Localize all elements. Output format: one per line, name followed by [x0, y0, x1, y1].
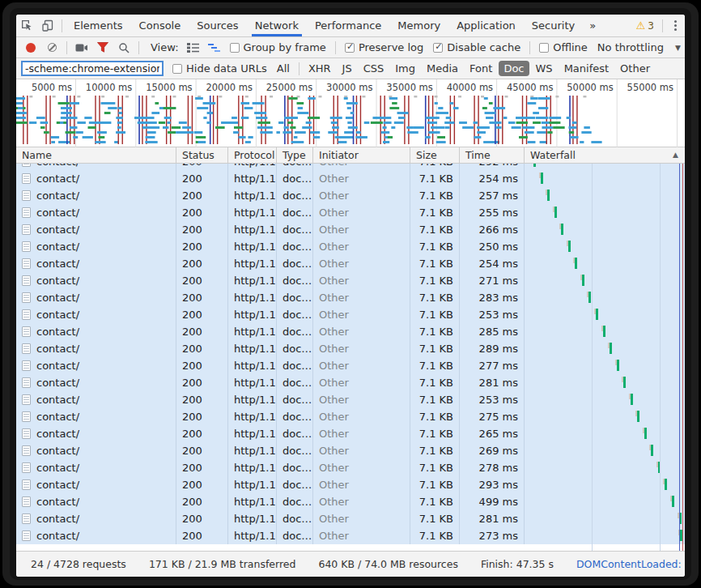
tab-memory[interactable]: Memory	[389, 15, 448, 36]
tab-application[interactable]: Application	[448, 15, 524, 36]
capture-screenshots-button[interactable]	[72, 39, 91, 57]
time-cell: 253 ms	[460, 306, 525, 323]
status-cell: 200	[176, 255, 228, 272]
table-row[interactable]: contact/200http/1.1doc…Other7.1 KB292 ms	[16, 164, 685, 170]
document-icon	[22, 411, 31, 422]
more-tabs-button[interactable]: »	[583, 15, 602, 36]
column-header-initiator[interactable]: Initiator	[313, 147, 410, 163]
column-header-time[interactable]: Time	[460, 147, 525, 163]
type-filter-img[interactable]: Img	[390, 61, 420, 76]
request-name: contact/	[36, 530, 79, 542]
type-cell-text: doc…	[283, 207, 312, 219]
table-row[interactable]: contact/200http/1.1doc…Other7.1 KB253 ms	[16, 306, 685, 323]
table-row[interactable]: contact/200http/1.1doc…Other7.1 KB285 ms	[16, 323, 685, 340]
table-row[interactable]: contact/200http/1.1doc…Other7.1 KB283 ms	[16, 289, 685, 306]
table-row[interactable]: contact/200http/1.1doc…Other7.1 KB281 ms	[16, 510, 685, 527]
table-row[interactable]: contact/200http/1.1doc…Other7.1 KB499 ms	[16, 493, 685, 510]
type-filter-doc[interactable]: Doc	[499, 61, 529, 76]
table-row[interactable]: contact/200http/1.1doc…Other7.1 KB257 ms	[16, 187, 685, 204]
request-name: contact/	[36, 207, 79, 219]
column-label: Initiator	[319, 149, 359, 161]
filter-button[interactable]	[93, 39, 113, 57]
tab-console[interactable]: Console	[131, 15, 189, 36]
type-filter-manifest[interactable]: Manifest	[559, 61, 614, 76]
disable-cache-checkbox[interactable]: Disable cache	[429, 41, 525, 53]
type-filter-other[interactable]: Other	[615, 61, 655, 76]
show-overview-button[interactable]	[205, 39, 224, 57]
tab-network[interactable]: Network	[247, 15, 307, 36]
table-row[interactable]: contact/200http/1.1doc…Other7.1 KB278 ms	[16, 459, 685, 476]
tab-performance[interactable]: Performance	[307, 15, 389, 36]
status-cell-text: 200	[182, 394, 202, 406]
name-cell: contact/	[16, 255, 176, 272]
table-row[interactable]: contact/200http/1.1doc…Other7.1 KB253 ms	[16, 391, 685, 408]
type-filter-all[interactable]: All	[272, 61, 295, 76]
type-filter-css[interactable]: CSS	[359, 61, 389, 76]
initiator-cell-text: Other	[319, 173, 349, 185]
type-filter-xhr[interactable]: XHR	[304, 61, 336, 76]
search-button[interactable]	[114, 39, 134, 57]
table-row[interactable]: contact/200http/1.1doc…Other7.1 KB254 ms	[16, 170, 685, 187]
inspect-element-button[interactable]	[16, 16, 37, 36]
column-header-type[interactable]: Type	[277, 147, 313, 163]
column-header-protocol[interactable]: Protocol	[228, 147, 277, 163]
initiator-cell: Other	[313, 340, 410, 357]
document-icon	[22, 190, 31, 201]
initiator-cell-text: Other	[319, 326, 349, 338]
tab-sources[interactable]: Sources	[189, 15, 246, 36]
table-row[interactable]: contact/200http/1.1doc…Other7.1 KB277 ms	[16, 357, 685, 374]
tab-security[interactable]: Security	[524, 15, 583, 36]
network-overview-timeline[interactable]: 5000 ms10000 ms15000 ms20000 ms25000 ms3…	[16, 79, 685, 147]
preserve-log-checkbox[interactable]: Preserve log	[341, 41, 427, 53]
size-cell: 7.1 KB	[410, 255, 460, 272]
table-row[interactable]: contact/200http/1.1doc…Other7.1 KB269 ms	[16, 442, 685, 459]
table-row[interactable]: contact/200http/1.1doc…Other7.1 KB293 ms	[16, 476, 685, 493]
table-row[interactable]: contact/200http/1.1doc…Other7.1 KB273 ms	[16, 527, 685, 544]
waterfall-overview-icon	[208, 43, 220, 53]
devtools-menu-button[interactable]	[666, 20, 685, 31]
hide-data-urls-checkbox[interactable]: Hide data URLs	[168, 62, 271, 75]
svg-text:30000 ms: 30000 ms	[326, 82, 372, 93]
protocol-cell-text: http/1.1	[234, 173, 276, 185]
initiator-cell: Other	[313, 238, 410, 255]
protocol-cell: http/1.1	[228, 374, 277, 391]
type-filter-js[interactable]: JS	[338, 61, 357, 76]
time-cell-text: 277 ms	[479, 360, 518, 372]
type-filter-font[interactable]: Font	[465, 61, 497, 76]
type-filter-media[interactable]: Media	[422, 61, 463, 76]
table-row[interactable]: contact/200http/1.1doc…Other7.1 KB254 ms	[16, 255, 685, 272]
column-header-waterfall[interactable]: Waterfall ▲	[525, 147, 685, 163]
type-filter-ws[interactable]: WS	[531, 61, 558, 76]
table-row[interactable]: contact/200http/1.1doc…Other7.1 KB250 ms	[16, 238, 685, 255]
table-row[interactable]: contact/200http/1.1doc…Other7.1 KB271 ms	[16, 272, 685, 289]
table-row[interactable]: contact/200http/1.1doc…Other7.1 KB265 ms	[16, 425, 685, 442]
table-row[interactable]: contact/200http/1.1doc…Other7.1 KB289 ms	[16, 340, 685, 357]
console-warnings-badge[interactable]: ⚠ 3	[631, 19, 659, 32]
initiator-cell-text: Other	[319, 530, 349, 542]
table-row[interactable]: contact/200http/1.1doc…Other7.1 KB255 ms	[16, 204, 685, 221]
group-by-frame-checkbox[interactable]: Group by frame	[226, 41, 330, 53]
throttling-value: No throttling	[597, 41, 664, 53]
filter-input[interactable]	[21, 61, 164, 76]
svg-text:35000 ms: 35000 ms	[386, 82, 432, 93]
tab-elements[interactable]: Elements	[66, 15, 131, 36]
status-cell-text: 200	[182, 309, 202, 321]
column-header-name[interactable]: Name	[16, 147, 176, 163]
table-row[interactable]: contact/200http/1.1doc…Other7.1 KB266 ms	[16, 221, 685, 238]
svg-text:55000 ms: 55000 ms	[627, 82, 673, 93]
clear-button[interactable]	[42, 39, 62, 57]
throttling-select[interactable]: No throttling ▼	[593, 41, 685, 53]
waterfall-cell	[525, 408, 685, 425]
table-row[interactable]: contact/200http/1.1doc…Other7.1 KB281 ms	[16, 374, 685, 391]
offline-checkbox[interactable]: Offline	[535, 41, 592, 53]
use-large-rows-button[interactable]	[184, 39, 203, 57]
toggle-device-toolbar-button[interactable]	[37, 16, 58, 36]
column-header-status[interactable]: Status	[176, 147, 228, 163]
type-cell-text: doc…	[283, 164, 312, 168]
column-header-size[interactable]: Size	[410, 147, 460, 163]
size-cell-text: 7.1 KB	[419, 326, 453, 338]
type-cell-text: doc…	[283, 360, 312, 372]
record-button[interactable]	[21, 39, 40, 57]
table-row[interactable]: contact/200http/1.1doc…Other7.1 KB275 ms	[16, 408, 685, 425]
waterfall-bar	[651, 445, 653, 456]
